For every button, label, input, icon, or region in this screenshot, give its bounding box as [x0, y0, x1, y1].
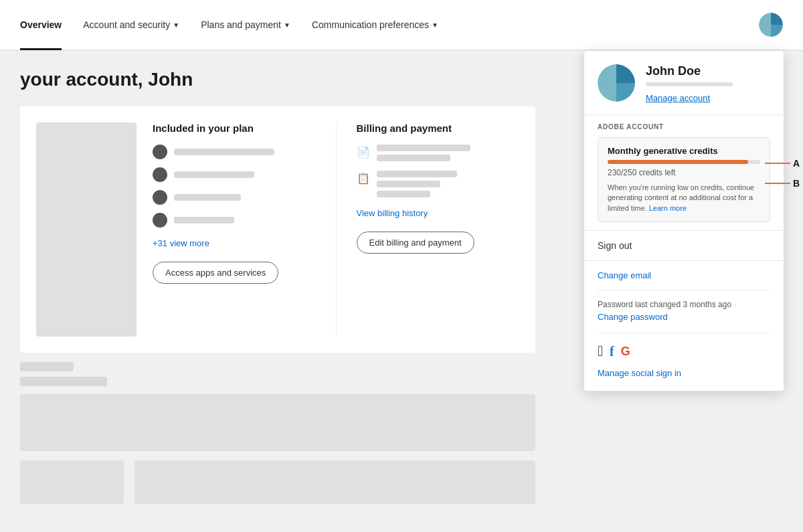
billing-section-title: Billing and payment — [357, 122, 520, 134]
billing-lines-2 — [377, 171, 457, 197]
popup-avatar — [598, 64, 635, 102]
nav-comm-prefs-label: Communication preferences — [312, 19, 429, 30]
billing-lines-1 — [377, 145, 470, 161]
nav-plans-payment-label: Plans and payment — [201, 19, 281, 30]
social-icons-row:  f G — [598, 343, 770, 360]
credits-description: When you're running low on credits, cont… — [608, 183, 760, 213]
plan-line-3 — [174, 194, 241, 201]
left-placeholder — [36, 122, 137, 337]
facebook-icon: f — [610, 344, 614, 359]
billing-icon-1: 📄 — [357, 146, 370, 159]
app-layout: Overview Account and security ▼ Plans an… — [0, 0, 803, 532]
billing-skel-2a — [377, 171, 457, 177]
annotation-a-line — [765, 163, 790, 164]
plan-dot-2 — [153, 167, 167, 182]
annotation-a-container: A — [765, 158, 800, 169]
nav-account-security-label: Account and security — [83, 19, 170, 30]
nav-account-chevron-icon: ▼ — [173, 21, 179, 29]
billing-item-2: 📋 — [357, 171, 520, 197]
credits-progress-bar-fill — [608, 160, 748, 164]
bottom-skel-line-2 — [20, 377, 107, 386]
plan-dot-4 — [153, 213, 167, 228]
plan-dot-1 — [153, 145, 167, 159]
nav-plans-payment[interactable]: Plans and payment ▼ — [190, 0, 301, 50]
billing-skel-1a — [377, 145, 470, 151]
adobe-section-label: ADOBE ACCOUNT — [598, 123, 770, 130]
billing-skel-2b — [377, 181, 440, 187]
bottom-card-2 — [20, 460, 124, 504]
bottom-skel-line-1 — [20, 362, 74, 371]
plan-item-2 — [153, 167, 316, 182]
profile-popup: John Doe Manage account ADOBE ACCOUNT Mo… — [584, 50, 784, 391]
plan-line-4 — [174, 217, 234, 224]
bottom-cards-row — [20, 460, 535, 504]
annotation-b-container: B — [765, 178, 800, 189]
plan-section-title: Included in your plan — [153, 122, 316, 134]
nav-comm-prefs[interactable]: Communication preferences ▼ — [301, 0, 449, 50]
billing-item-1: 📄 — [357, 145, 520, 161]
credits-progress-bar-bg — [608, 160, 760, 164]
credits-count: 230/250 credits left — [608, 168, 760, 177]
apple-icon:  — [598, 343, 603, 360]
plan-line-1 — [174, 149, 274, 155]
manage-social-link[interactable]: Manage social sign in — [598, 368, 681, 378]
access-apps-button[interactable]: Access apps and services — [153, 262, 278, 284]
billing-items-list: 📄 📋 — [357, 145, 520, 197]
plan-items-list — [153, 145, 316, 228]
popup-progress-bar — [646, 82, 733, 86]
plan-item-1 — [153, 145, 316, 159]
credits-card: Monthly generative credits 230/250 credi… — [598, 137, 770, 222]
view-billing-link[interactable]: View billing history — [357, 208, 520, 218]
learn-more-link[interactable]: Learn more — [649, 204, 687, 212]
plan-item-4 — [153, 213, 316, 228]
password-last-changed: Password last changed 3 months ago — [598, 300, 770, 309]
bottom-card-1 — [20, 394, 535, 451]
plan-dot-3 — [153, 190, 167, 205]
annotation-b-line — [765, 183, 790, 184]
billing-section: Billing and payment 📄 📋 — [337, 122, 520, 337]
nav-overview[interactable]: Overview — [20, 0, 72, 50]
billing-skel-1b — [377, 155, 450, 161]
nav-overview-label: Overview — [20, 19, 62, 30]
change-email-link[interactable]: Change email — [598, 270, 770, 280]
plan-item-3 — [153, 190, 316, 205]
credits-title: Monthly generative credits — [608, 146, 760, 156]
annotation-b-label: B — [793, 178, 800, 189]
main-content-card: Included in your plan — [20, 106, 535, 353]
popup-security-section: Change email Password last changed 3 mon… — [584, 261, 784, 391]
security-divider — [598, 290, 770, 290]
popup-profile-header: John Doe Manage account — [584, 51, 784, 115]
nav-comm-chevron-icon: ▼ — [432, 21, 438, 29]
change-password-link[interactable]: Change password — [598, 312, 770, 322]
google-icon: G — [621, 345, 630, 359]
popup-user-info: John Doe Manage account — [646, 64, 770, 104]
sign-out-button[interactable]: Sign out — [584, 231, 784, 260]
plan-line-2 — [174, 171, 254, 178]
nav-avatar-button[interactable] — [759, 13, 783, 37]
view-more-link[interactable]: +31 view more — [153, 238, 316, 248]
annotation-a-label: A — [793, 158, 800, 169]
bottom-card-3 — [135, 460, 535, 504]
popup-username: John Doe — [646, 64, 770, 78]
plan-section: Included in your plan — [153, 122, 337, 337]
nav-plans-chevron-icon: ▼ — [284, 21, 290, 29]
credits-progress-wrapper — [608, 160, 760, 164]
manage-account-link[interactable]: Manage account — [646, 93, 710, 103]
nav-account-security[interactable]: Account and security ▼ — [72, 0, 190, 50]
nav-bar: Overview Account and security ▼ Plans an… — [0, 0, 803, 50]
edit-billing-button[interactable]: Edit billing and payment — [357, 232, 474, 254]
billing-icon-2: 📋 — [357, 172, 370, 185]
popup-adobe-section: ADOBE ACCOUNT Monthly generative credits… — [584, 115, 784, 222]
billing-skel-2c — [377, 191, 430, 197]
social-divider — [598, 333, 770, 333]
